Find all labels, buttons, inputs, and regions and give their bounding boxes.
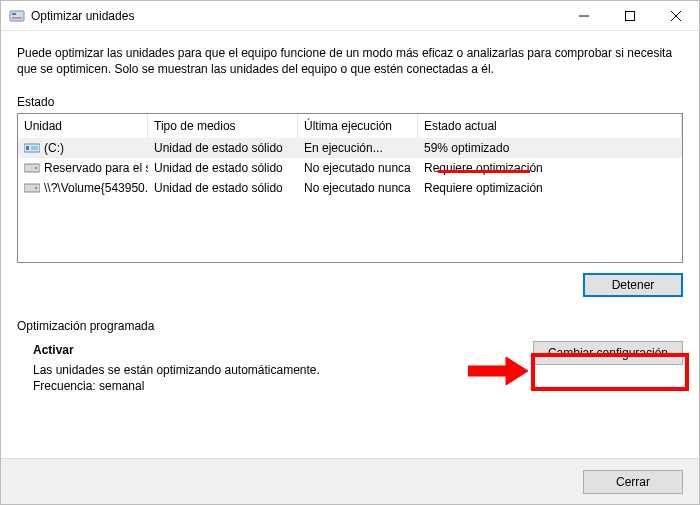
svg-rect-9 xyxy=(24,184,40,192)
col-header-status[interactable]: Estado actual xyxy=(418,114,682,138)
window-title: Optimizar unidades xyxy=(31,9,561,23)
cell-status: Requiere optimización xyxy=(418,161,682,175)
col-header-drive[interactable]: Unidad xyxy=(18,114,148,138)
scheduled-section-label: Optimización programada xyxy=(17,319,683,333)
table-row[interactable]: (C:)Unidad de estado sólidoEn ejecución.… xyxy=(18,138,682,158)
annotation-arrow-icon xyxy=(468,354,530,388)
app-icon xyxy=(9,8,25,24)
svg-point-8 xyxy=(35,167,38,170)
cell-drive-text: (C:) xyxy=(44,141,64,155)
dialog-footer: Cerrar xyxy=(1,458,699,504)
intro-text: Puede optimizar las unidades para que el… xyxy=(17,45,683,77)
svg-rect-7 xyxy=(24,164,40,172)
titlebar: Optimizar unidades xyxy=(1,1,699,31)
table-row[interactable]: Reservado para el s...Unidad de estado s… xyxy=(18,158,682,178)
annotation-rect xyxy=(531,353,689,391)
cell-status: 59% optimizado xyxy=(418,141,682,155)
svg-rect-1 xyxy=(12,13,16,15)
cell-media: Unidad de estado sólido xyxy=(148,141,298,155)
table-row[interactable]: \\?\Volume{543950...Unidad de estado sól… xyxy=(18,178,682,198)
stop-button[interactable]: Detener xyxy=(583,273,683,297)
cell-last: En ejecución... xyxy=(298,141,418,155)
svg-point-10 xyxy=(35,187,38,190)
cell-media: Unidad de estado sólido xyxy=(148,161,298,175)
cell-drive-text: \\?\Volume{543950... xyxy=(44,181,148,195)
cell-drive: Reservado para el s... xyxy=(18,161,148,175)
cell-drive: \\?\Volume{543950... xyxy=(18,181,148,195)
drive-table: Unidad Tipo de medios Última ejecución E… xyxy=(17,113,683,263)
svg-rect-2 xyxy=(12,17,22,19)
cell-media: Unidad de estado sólido xyxy=(148,181,298,195)
annotation-underline xyxy=(438,170,530,173)
cell-last: No ejecutado nunca xyxy=(298,181,418,195)
cell-drive: (C:) xyxy=(18,141,148,155)
minimize-button[interactable] xyxy=(561,1,607,30)
svg-rect-11 xyxy=(468,366,506,376)
svg-rect-5 xyxy=(26,146,29,150)
maximize-button[interactable] xyxy=(607,1,653,30)
svg-marker-12 xyxy=(506,357,528,385)
cell-drive-text: Reservado para el s... xyxy=(44,161,148,175)
col-header-media[interactable]: Tipo de medios xyxy=(148,114,298,138)
svg-rect-6 xyxy=(31,146,38,150)
cell-last: No ejecutado nunca xyxy=(298,161,418,175)
cell-status: Requiere optimización xyxy=(418,181,682,195)
svg-rect-0 xyxy=(10,11,24,21)
svg-rect-3 xyxy=(626,11,635,20)
window-controls xyxy=(561,1,699,30)
drive-icon xyxy=(24,142,40,154)
close-button[interactable] xyxy=(653,1,699,30)
drive-icon xyxy=(24,162,40,174)
close-dialog-button[interactable]: Cerrar xyxy=(583,470,683,494)
status-section-label: Estado xyxy=(17,95,683,109)
drive-icon xyxy=(24,182,40,194)
table-header: Unidad Tipo de medios Última ejecución E… xyxy=(18,114,682,138)
col-header-last[interactable]: Última ejecución xyxy=(298,114,418,138)
